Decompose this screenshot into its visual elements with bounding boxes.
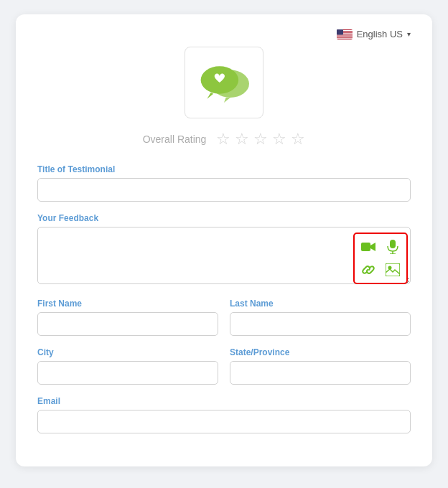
title-input[interactable] [37, 178, 411, 202]
email-input[interactable] [37, 410, 411, 433]
link-button[interactable] [358, 260, 379, 280]
svg-rect-12 [361, 243, 370, 251]
lastname-group: Last Name [230, 299, 411, 336]
feedback-label: Your Feedback [37, 213, 411, 223]
svg-rect-7 [337, 29, 343, 35]
star-rating[interactable]: ☆ ☆ ☆ ☆ ☆ [216, 130, 305, 149]
svg-rect-4 [337, 34, 353, 35]
svg-marker-9 [224, 98, 230, 103]
star-1[interactable]: ☆ [216, 130, 230, 149]
logo-container [37, 47, 411, 118]
svg-rect-14 [390, 240, 396, 248]
language-selector[interactable]: English US ▾ [37, 29, 411, 39]
state-label: State/Province [230, 347, 411, 357]
chevron-down-icon: ▾ [407, 30, 411, 38]
firstname-group: First Name [37, 299, 218, 336]
logo-box [185, 47, 263, 118]
media-toolbar [353, 233, 408, 284]
lastname-input[interactable] [230, 312, 411, 336]
rating-label: Overall Rating [143, 133, 207, 145]
chat-heart-icon [195, 57, 253, 108]
svg-rect-17 [386, 263, 400, 276]
firstname-input[interactable] [37, 312, 218, 336]
firstname-label: First Name [37, 299, 218, 309]
mic-button[interactable] [382, 237, 403, 257]
flag-icon [337, 29, 353, 39]
city-group: City [37, 347, 218, 385]
title-group: Title of Testimonial [37, 164, 411, 202]
star-4[interactable]: ☆ [272, 130, 286, 149]
state-input[interactable] [230, 361, 411, 385]
name-row: First Name Last Name [37, 299, 411, 347]
svg-marker-13 [370, 243, 375, 251]
rating-section: Overall Rating ☆ ☆ ☆ ☆ ☆ [37, 130, 411, 149]
title-label: Title of Testimonial [37, 164, 411, 174]
svg-rect-5 [337, 36, 353, 37]
state-group: State/Province [230, 347, 411, 385]
svg-rect-6 [337, 37, 353, 38]
language-label: English US [357, 29, 403, 39]
image-button[interactable] [382, 260, 403, 280]
svg-marker-11 [207, 93, 213, 99]
video-button[interactable] [358, 237, 379, 257]
city-input[interactable] [37, 361, 218, 385]
location-row: City State/Province [37, 347, 411, 396]
testimonial-form-card: English US ▾ Overall Rating ☆ ☆ ☆ ☆ ☆ [16, 14, 432, 466]
city-label: City [37, 347, 218, 357]
lastname-label: Last Name [230, 299, 411, 309]
star-3[interactable]: ☆ [253, 130, 268, 149]
email-group: Email [37, 396, 411, 433]
star-2[interactable]: ☆ [235, 130, 249, 149]
feedback-wrapper [37, 227, 411, 287]
email-label: Email [37, 396, 411, 406]
star-5[interactable]: ☆ [291, 130, 305, 149]
feedback-group: Your Feedback [37, 213, 411, 287]
